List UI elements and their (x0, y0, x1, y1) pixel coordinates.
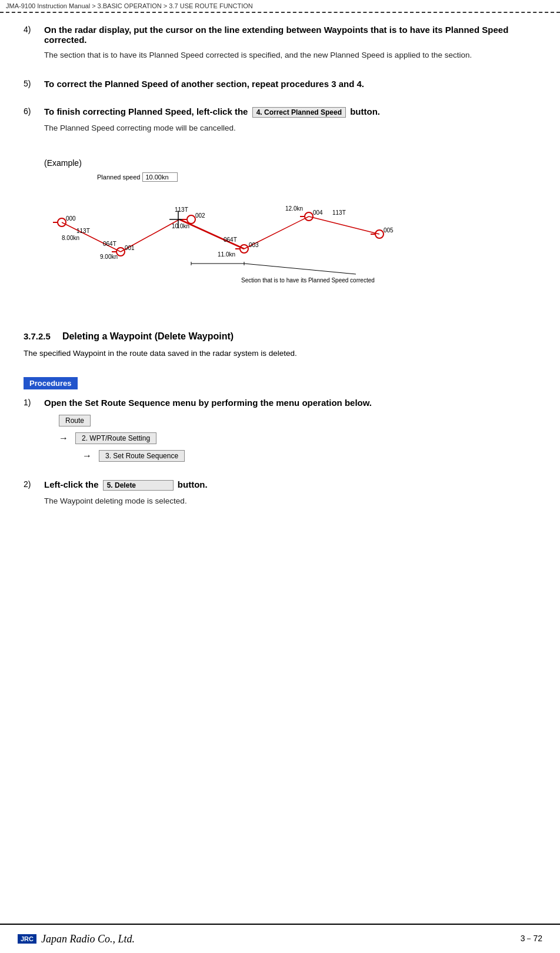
route-diagram: 000 113T 8.00kn 001 064T 9.00kn 002 113T… (44, 184, 444, 290)
step-4-title: On the radar display, put the cursor on … (44, 25, 536, 45)
breadcrumb: JMA-9100 Instruction Manual > 3.BASIC OP… (0, 0, 560, 13)
route-button[interactable]: Route (59, 415, 91, 426)
step-6-title: To finish correcting Planned Speed, left… (44, 106, 380, 118)
jrc-badge: JRC (18, 934, 36, 944)
menu-row-route: Route (59, 415, 536, 426)
svg-text:004: 004 (313, 209, 323, 216)
section-title: Deleting a Waypoint (Delete Waypoint) (62, 331, 234, 342)
arrow-2: → (82, 451, 92, 461)
step-6: 6) To finish correcting Planned Speed, l… (24, 106, 536, 134)
lower-step-2-title: Left-click the 5. Delete button. (44, 479, 208, 491)
step-6-num: 6) (24, 106, 41, 116)
svg-text:11.0kn: 11.0kn (218, 251, 235, 258)
step-5: 5) To correct the Planned Speed of anoth… (24, 79, 536, 89)
lower-step-1-title: Open the Set Route Sequence menu by perf… (44, 398, 372, 408)
lower-step-1: 1) Open the Set Route Sequence menu by p… (24, 398, 536, 462)
svg-point-17 (187, 215, 195, 224)
procedures-badge: Procedures (24, 377, 78, 389)
svg-line-38 (244, 264, 356, 274)
step-4: 4) On the radar display, put the cursor … (24, 25, 536, 61)
svg-text:005: 005 (384, 227, 394, 234)
diagram-area: Planned speed 10.00kn (44, 172, 444, 296)
svg-text:Section that is to have its Pl: Section that is to have its Planned Spee… (241, 277, 375, 284)
svg-text:064T: 064T (103, 241, 116, 247)
example-label: (Example) (44, 158, 536, 168)
svg-line-4 (309, 216, 379, 234)
step-4-num: 4) (24, 25, 41, 34)
planned-speed-value: 10.00kn (142, 172, 178, 182)
section-3725: 3.7.2.5 Deleting a Waypoint (Delete Wayp… (24, 331, 536, 359)
svg-text:002: 002 (195, 212, 205, 219)
footer-logo: JRC Japan Radio Co., Ltd. (18, 933, 135, 945)
footer: JRC Japan Radio Co., Ltd. 3－72 (0, 924, 560, 953)
set-route-sequence-button[interactable]: 3. Set Route Sequence (99, 450, 185, 462)
five-delete-button[interactable]: 5. Delete (103, 480, 174, 491)
example-block: (Example) Planned speed 10.00kn (44, 152, 536, 302)
page-number: 3－72 (521, 934, 542, 944)
svg-text:064T: 064T (224, 236, 237, 243)
step-6-body: The Planned Speed correcting mode will b… (44, 122, 536, 134)
company-name: Japan Radio Co., Ltd. (41, 933, 135, 945)
svg-text:8.00kn: 8.00kn (62, 235, 79, 241)
arrow-1: → (59, 433, 68, 444)
svg-text:10.0kn: 10.0kn (172, 223, 189, 229)
menu-row-set-route: → 3. Set Route Sequence (82, 450, 536, 462)
svg-text:003: 003 (249, 242, 259, 248)
menu-flow: Route → 2. WPT/Route Setting → 3. Set Ro… (59, 415, 536, 462)
svg-text:12.0kn: 12.0kn (285, 205, 303, 212)
svg-text:113T: 113T (76, 228, 90, 234)
section-id: 3.7.2.5 (24, 331, 51, 341)
lower-step-2: 2) Left-click the 5. Delete button. The … (24, 479, 536, 507)
section-desc: The specified Waypoint in the route data… (24, 348, 536, 359)
planned-speed-label: Planned speed (97, 174, 140, 181)
lower-step-1-num: 1) (24, 398, 41, 407)
step-4-body: The section that is to have its Planned … (44, 49, 536, 61)
planned-speed-row: Planned speed 10.00kn (97, 172, 178, 182)
lower-step-2-body: The Waypoint deleting mode is selected. (44, 495, 536, 507)
menu-row-wpt: → 2. WPT/Route Setting (59, 432, 536, 444)
wpt-route-setting-button[interactable]: 2. WPT/Route Setting (75, 432, 156, 444)
svg-text:9.00kn: 9.00kn (100, 254, 118, 260)
svg-text:113T: 113T (332, 209, 346, 216)
step-5-title: To correct the Planned Speed of another … (44, 79, 364, 89)
correct-planned-speed-button[interactable]: 4. Correct Planned Speed (252, 107, 346, 118)
lower-step-2-num: 2) (24, 479, 41, 489)
step-5-num: 5) (24, 79, 41, 88)
svg-text:000: 000 (66, 215, 76, 222)
svg-text:113T: 113T (175, 206, 188, 213)
svg-text:001: 001 (125, 245, 135, 251)
